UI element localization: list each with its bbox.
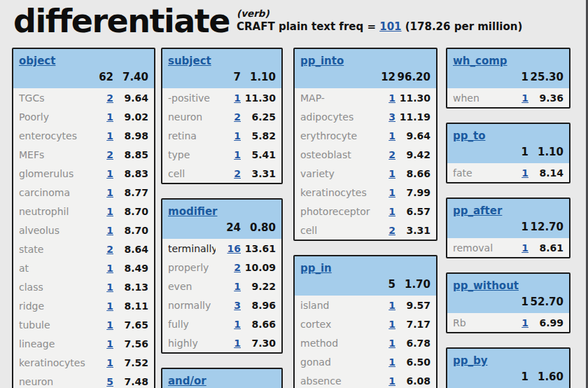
collocate-row: fate 1 8.14: [447, 163, 569, 182]
collocate-frequency-cell: 2: [88, 92, 113, 104]
collocate-freq-link[interactable]: 1: [388, 319, 396, 330]
collocate-freq-link[interactable]: 1: [106, 338, 113, 349]
word-sketch-page: differentiate (verb) CRAFT plain text fr…: [0, 0, 588, 388]
collocate-score: 9.64: [113, 92, 148, 104]
collocate-freq-link[interactable]: 3: [234, 300, 241, 311]
collocate-freq-link[interactable]: 1: [106, 168, 113, 179]
relation-totals-row: 1 1.60: [447, 369, 569, 388]
collocate-freq-link[interactable]: 3: [388, 111, 396, 123]
relation-link[interactable]: pp_by: [453, 354, 488, 367]
collocate-score: 7.30: [241, 338, 276, 349]
collocate-freq-link[interactable]: 1: [388, 92, 396, 104]
collocate-freq-link[interactable]: 1: [388, 168, 396, 179]
collocate-freq-link[interactable]: 5: [106, 376, 113, 387]
collocate-freq-link[interactable]: 1: [522, 242, 528, 254]
corpus-frequency-line: CRAFT plain text freq = 101 (178.26 per …: [237, 20, 522, 35]
relation-total-score: 25.30: [528, 71, 564, 84]
collocate-freq-link[interactable]: 1: [388, 206, 396, 217]
relation-link[interactable]: object: [19, 55, 55, 67]
collocate-label: retina: [168, 130, 216, 141]
collocate-freq-link[interactable]: 2: [388, 225, 396, 236]
collocate-rows: terminally 16 13.61 properly 2 10.09 eve…: [162, 239, 281, 352]
collocate-score: 11.19: [396, 111, 430, 123]
collocate-freq-link[interactable]: 1: [234, 92, 241, 104]
collocate-frequency-cell: 1: [216, 92, 241, 104]
relation-link[interactable]: pp_to: [453, 130, 485, 142]
collocate-freq-link[interactable]: 1: [234, 281, 241, 292]
collocate-freq-link[interactable]: 1: [106, 111, 113, 123]
collocate-label: type: [168, 149, 216, 160]
collocate-label: enterocytes: [19, 130, 88, 141]
relation-box-header: object 62 7.40: [13, 49, 154, 88]
collocate-row: at 1 8.49: [13, 258, 154, 277]
collocate-score: 8.13: [113, 282, 148, 293]
relation-link[interactable]: pp_after: [453, 205, 502, 217]
collocate-label: keratinocytes: [300, 187, 370, 198]
relation-box: subject 7 1.10 -positive 1 11.30 neuron …: [161, 48, 283, 184]
collocate-label: even: [168, 281, 216, 292]
relation-link[interactable]: pp_without: [453, 279, 519, 292]
collocate-row: lineage 1 7.56: [13, 334, 154, 353]
relation-total-score: 1.10: [528, 146, 564, 159]
freq-count-link[interactable]: 101: [379, 20, 401, 33]
collocate-row: when 1 9.36: [447, 88, 569, 107]
relation-totals-row: 7 1.10: [162, 69, 281, 88]
collocate-freq-link[interactable]: 1: [522, 317, 528, 328]
collocate-freq-link[interactable]: 1: [106, 206, 113, 217]
collocate-freq-link[interactable]: 1: [234, 338, 241, 349]
collocate-freq-link[interactable]: 2: [388, 149, 396, 160]
collocate-label: absence: [300, 375, 370, 387]
collocate-freq-link[interactable]: 2: [234, 111, 241, 123]
collocate-freq-link[interactable]: 1: [106, 357, 113, 368]
collocate-freq-link[interactable]: 1: [106, 187, 113, 198]
collocate-row: class 1 8.13: [13, 277, 154, 296]
collocate-freq-link[interactable]: 16: [227, 243, 241, 254]
collocate-row: cortex 1 7.17: [295, 314, 436, 333]
collocate-label: class: [19, 282, 88, 293]
collocate-frequency-cell: 2: [370, 149, 396, 160]
collocate-freq-link[interactable]: 1: [234, 149, 241, 160]
collocate-freq-link[interactable]: 2: [234, 262, 241, 273]
collocate-score: 11.30: [241, 92, 276, 104]
relation-totals-row: 1 1.10: [447, 144, 569, 163]
relation-link[interactable]: wh_comp: [453, 55, 507, 67]
collocate-freq-link[interactable]: 1: [388, 375, 396, 387]
collocate-frequency-cell: 1: [370, 375, 396, 387]
collocate-freq-link[interactable]: 1: [106, 300, 113, 312]
collocate-freq-link[interactable]: 1: [388, 187, 396, 198]
collocate-freq-link[interactable]: 1: [388, 356, 396, 368]
collocate-label: cell: [300, 225, 370, 236]
collocate-freq-link[interactable]: 1: [106, 225, 113, 236]
collocate-freq-link[interactable]: 2: [106, 149, 113, 160]
collocate-freq-link[interactable]: 1: [106, 282, 113, 293]
collocate-row: Rb 1 6.99: [447, 313, 569, 332]
relation-totals-row: 12 96.20: [295, 69, 436, 88]
collocate-freq-link[interactable]: 2: [106, 92, 113, 104]
collocate-freq-link[interactable]: 2: [234, 168, 241, 179]
collocate-frequency-cell: 3: [216, 300, 241, 311]
relation-link[interactable]: pp_in: [300, 262, 332, 275]
collocate-row: photoreceptor 1 6.57: [295, 202, 436, 221]
collocate-freq-link[interactable]: 1: [522, 92, 528, 104]
collocate-freq-link[interactable]: 1: [388, 300, 396, 311]
collocate-freq-link[interactable]: 1: [234, 319, 241, 330]
collocate-freq-link[interactable]: 1: [106, 319, 113, 331]
relation-link[interactable]: pp_into: [300, 55, 344, 67]
collocate-score: 8.98: [113, 130, 148, 141]
collocate-freq-link[interactable]: 2: [106, 244, 113, 255]
relation-box: pp_in 5 1.70 island 1 9.57 cortex 1 7.17…: [293, 255, 438, 388]
collocate-freq-link[interactable]: 1: [106, 263, 113, 274]
collocate-freq-link[interactable]: 1: [388, 130, 396, 141]
relation-link[interactable]: modifier: [168, 205, 218, 218]
relation-link[interactable]: and/or: [168, 375, 206, 387]
collocate-freq-link[interactable]: 1: [522, 167, 528, 179]
collocate-freq-link[interactable]: 1: [106, 130, 113, 141]
collocate-freq-link[interactable]: 1: [234, 130, 241, 141]
relation-total-frequency: 1: [503, 370, 528, 384]
relation-box-header: pp_into 12 96.20: [295, 49, 436, 88]
collocate-row: cell 2 3.31: [295, 221, 436, 240]
relation-link[interactable]: subject: [168, 55, 211, 67]
collocate-freq-link[interactable]: 1: [388, 338, 396, 349]
collocate-label: at: [19, 263, 88, 274]
page-header: differentiate (verb) CRAFT plain text fr…: [13, 3, 522, 40]
